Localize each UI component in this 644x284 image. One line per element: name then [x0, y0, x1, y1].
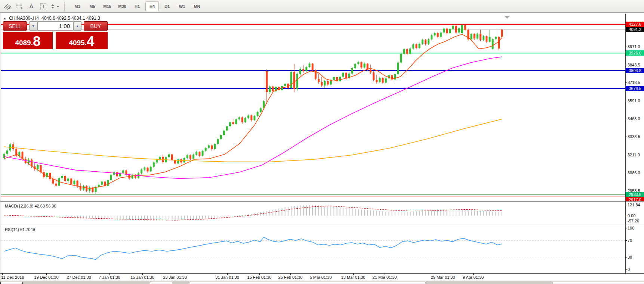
price-level-badge: 4091.3: [626, 27, 644, 32]
price-axis-label: 3718.5: [628, 80, 640, 85]
time-axis-label: 27 Dec 01:30: [67, 275, 91, 280]
price-axis-label: 3466.0: [628, 116, 640, 121]
time-axis-tick: [353, 274, 354, 275]
toolbar-separator: [64, 2, 67, 11]
price-level-badge: 2933.8: [626, 192, 644, 197]
time-axis-label: 25 Feb 01:30: [278, 275, 303, 280]
chart-window[interactable]: ▲ CHINA300-,H4 4040.6 4092.5 4034.1 4091…: [0, 12, 644, 284]
timeframe-toolbar: M1M5M15M30H1H4D1W1MN: [70, 1, 204, 11]
price-axis-label: 3843.5: [628, 63, 640, 67]
time-axis-label: 15 Feb 01:30: [247, 275, 272, 280]
macd-axis-label: 0.00: [628, 213, 635, 218]
axis-divider-line: [625, 14, 626, 274]
time-axis-tick: [175, 274, 175, 275]
background-window-edge[interactable]: [150, 282, 172, 284]
text-label-icon[interactable]: T: [38, 1, 49, 11]
macd-indicator-label: MACD(12,26,9) 42.63 56.30: [5, 204, 56, 208]
volume-decrease-button[interactable]: ▼: [29, 21, 37, 31]
time-axis-tick: [2, 274, 3, 275]
price-level-badge: 2917.0: [626, 197, 644, 201]
chart-title: ▲ CHINA300-,H4 4040.6 4092.5 4034.1 4091…: [3, 16, 100, 21]
timeframe-mn[interactable]: MN: [190, 1, 204, 11]
time-axis-label: 11 Dec 2018: [1, 275, 24, 280]
price-axis-label: 3086.0: [628, 171, 640, 175]
sell-price-main: 4089: [15, 38, 31, 48]
rsi-axis-label: 100: [628, 226, 634, 230]
timeframe-m1[interactable]: M1: [71, 1, 84, 11]
rsi-canvas[interactable]: [0, 226, 644, 273]
time-axis-tick: [79, 274, 79, 275]
time-axis-tick: [321, 274, 321, 275]
timeframe-m15[interactable]: M15: [101, 1, 114, 11]
symbol-period-label: CHINA300-,H4: [9, 16, 39, 21]
time-axis-label: 21 Mar 01:30: [373, 275, 397, 280]
time-axis-label: 23 Jan 01:30: [163, 275, 187, 280]
sell-price-big-digit: 8: [33, 35, 41, 48]
time-axis-label: 29 Mar 01:30: [431, 275, 455, 280]
svg-text:F: F: [21, 7, 22, 10]
price-level-badge: 3926.0: [626, 50, 644, 56]
time-axis-label: 15 Jan 01:30: [130, 275, 154, 280]
time-axis-label: 7 Jan 01:30: [99, 275, 120, 280]
time-axis-label: 31 Jan 01:30: [215, 275, 239, 280]
ohlc-values: 4040.6 4092.5 4034.1 4091.3: [41, 16, 100, 21]
drawing-toolbar: EFAT: [1, 1, 61, 11]
volume-increase-button[interactable]: ▲: [73, 21, 81, 31]
price-axis-label: 3971.0: [628, 44, 640, 49]
mt4-window: EFAT M1M5M15M30H1H4D1W1MN ▲ CHINA300-,H4…: [0, 0, 644, 284]
macd-axis-label: -57.26: [628, 219, 639, 223]
background-windows-strip[interactable]: [0, 281, 644, 284]
arrange-windows-icon[interactable]: [50, 1, 61, 11]
fibonacci-grid-icon[interactable]: F: [14, 1, 25, 11]
price-level-badge: 3803.8: [626, 68, 644, 73]
timeframe-h4[interactable]: H4: [145, 1, 159, 11]
price-axis-label: 3211.0: [628, 153, 640, 157]
rsi-pane[interactable]: RSI(14) 61.7049 10070300: [0, 226, 644, 273]
price-pane[interactable]: ▲ CHINA300-,H4 4040.6 4092.5 4034.1 4091…: [0, 14, 644, 201]
price-level-badge: 3676.5: [626, 86, 644, 91]
equidistant-channel-icon[interactable]: E: [2, 1, 13, 11]
buy-button[interactable]: BUY: [84, 21, 108, 31]
time-axis-tick: [142, 274, 143, 275]
sell-button[interactable]: SELL: [3, 21, 27, 31]
buy-price-display[interactable]: 4095.4: [56, 32, 108, 49]
time-axis-tick: [259, 274, 260, 275]
buy-price-big-digit: 4: [87, 35, 95, 48]
buy-price-main: 4095: [69, 38, 84, 48]
price-level-badge: 4127.6: [626, 22, 644, 27]
time-axis-tick: [443, 274, 443, 275]
time-axis-label: 5 Mar 01:30: [310, 275, 332, 280]
background-window-edge[interactable]: [0, 282, 23, 284]
time-axis[interactable]: 11 Dec 201819 Dec 01:3027 Dec 01:307 Jan…: [0, 273, 644, 281]
time-axis-tick: [290, 274, 291, 275]
rsi-axis-label: 0: [628, 267, 630, 272]
time-axis-tick: [46, 274, 47, 275]
sell-price-display[interactable]: 4089.8: [3, 32, 53, 49]
background-window-edge[interactable]: [552, 282, 644, 284]
macd-pane[interactable]: MACD(12,26,9) 42.63 56.30 121.840.00-57.…: [0, 202, 644, 225]
time-axis-label: 13 Mar 01:30: [341, 275, 366, 280]
time-axis-tick: [227, 274, 228, 275]
price-axis-label: 3338.5: [628, 134, 640, 139]
timeframe-d1[interactable]: D1: [160, 1, 174, 11]
background-window-edge[interactable]: [190, 282, 425, 284]
timeframe-m5[interactable]: M5: [86, 1, 99, 11]
price-axis-label: 3591.0: [628, 99, 640, 103]
time-axis-label: 9 Apr 01:30: [463, 275, 484, 280]
rsi-axis-label: 30: [628, 255, 632, 259]
macd-canvas[interactable]: [0, 202, 644, 225]
volume-input[interactable]: [37, 21, 73, 31]
timeframe-w1[interactable]: W1: [175, 1, 189, 11]
toolbar: EFAT M1M5M15M30H1H4D1W1MN: [0, 0, 644, 13]
text-icon[interactable]: A: [26, 1, 37, 11]
time-axis-tick: [385, 274, 385, 275]
macd-axis-label: 121.84: [628, 203, 640, 207]
svg-text:E: E: [9, 7, 11, 10]
collapse-triangle-icon[interactable]: ▲: [3, 17, 6, 20]
time-axis-tick: [473, 274, 474, 275]
rsi-indicator-label: RSI(14) 61.7049: [5, 227, 35, 232]
timeframe-m30[interactable]: M30: [115, 1, 129, 11]
rsi-axis-label: 70: [628, 238, 632, 243]
timeframe-h1[interactable]: H1: [130, 1, 144, 11]
time-axis-tick: [110, 274, 110, 275]
